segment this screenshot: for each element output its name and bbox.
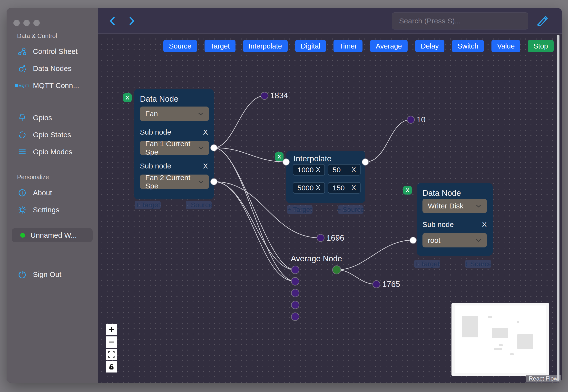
interpolate-add-target-pill[interactable]: + Target	[287, 205, 313, 214]
sidebar-item-control-sheet[interactable]: Control Sheet	[17, 47, 78, 56]
value-dot-1696[interactable]	[317, 234, 324, 242]
writer-add-source-pill[interactable]: + Source	[465, 260, 491, 268]
remove-sub-node-button[interactable]: X	[482, 220, 487, 229]
delete-fan-node-button[interactable]: X	[123, 93, 132, 102]
fan-sub1-source-handle[interactable]	[210, 144, 217, 151]
clear-input-button[interactable]: X	[316, 166, 320, 174]
vertical-scrollbar[interactable]	[557, 35, 559, 381]
clear-input-button[interactable]: X	[316, 184, 320, 192]
canvas-controls	[106, 324, 117, 373]
average-input-handle-1[interactable]	[291, 266, 299, 274]
close-window-button[interactable]	[14, 20, 20, 26]
interpolate-input-1[interactable]: 1000 X	[293, 164, 325, 176]
value-dot-1834[interactable]	[261, 92, 268, 99]
writer-data-node[interactable]: Data Node Writer Disk Sub node X root	[417, 183, 493, 256]
edge-average-to-writer[interactable]	[337, 240, 413, 270]
interpolate-node[interactable]: Interpolate 1000 X 50 X 5000 X 150 X	[286, 151, 365, 203]
average-input-handle-2[interactable]	[291, 278, 299, 285]
edge-fan1-to-average-1[interactable]	[214, 148, 295, 270]
sidebar-section-personalize: Personalize	[17, 174, 49, 181]
writer-add-target-pill[interactable]: + Target	[414, 260, 440, 268]
remove-sub-node-button[interactable]: X	[203, 162, 208, 170]
add-average-button[interactable]: Average	[370, 40, 408, 52]
fan-add-target-pill[interactable]: + Target	[135, 201, 161, 209]
edge-average-to-1765[interactable]	[337, 270, 376, 284]
interpolate-input-4[interactable]: 150 X	[328, 182, 360, 194]
sidebar-item-label: MQTT Conn...	[33, 82, 79, 90]
back-button[interactable]	[108, 14, 117, 28]
stop-button[interactable]: Stop	[528, 40, 554, 52]
edge-fan1-to-1834[interactable]	[214, 96, 264, 148]
writer-sub-select[interactable]: root	[422, 233, 487, 247]
sidebar-item-mqtt[interactable]: MQTT MQTT Conn...	[17, 82, 79, 90]
writer-node-select[interactable]: Writer Disk	[422, 199, 487, 213]
interpolate-target-handle[interactable]	[283, 158, 290, 166]
fan-sub2-select[interactable]: Fan 2 Current Spe	[140, 175, 209, 189]
sidebar-item-label: Gpio States	[33, 131, 71, 139]
add-interpolate-button[interactable]: Interpolate	[243, 40, 288, 52]
sidebar-item-sign-out[interactable]: Sign Out	[17, 270, 61, 279]
search-input[interactable]	[392, 13, 528, 29]
average-node-title: Average Node	[286, 254, 347, 263]
edge-interpolate-to-10[interactable]	[366, 120, 411, 162]
zoom-out-button[interactable]	[106, 336, 117, 348]
sidebar-item-workspace[interactable]: Unnamed W...	[12, 228, 93, 242]
average-output-handle[interactable]	[332, 266, 341, 274]
edge-fan1-to-average-2[interactable]	[214, 148, 295, 281]
minimap-node-fan	[462, 316, 478, 337]
edge-fan2-to-average-1[interactable]	[214, 182, 295, 270]
add-source-button[interactable]: Source	[163, 40, 197, 52]
chevron-down-icon	[198, 112, 204, 115]
sidebar-item-data-nodes[interactable]: Data Nodes	[17, 64, 71, 73]
node-title: Interpolate	[293, 154, 332, 163]
fan-sub2-source-handle[interactable]	[210, 178, 217, 185]
add-value-button[interactable]: Value	[491, 40, 520, 52]
average-input-handle-5[interactable]	[291, 313, 299, 321]
flow-canvas[interactable]: Source Target Interpolate Digital Timer …	[98, 34, 562, 383]
sidebar-item-gpio-states[interactable]: Gpio States	[17, 130, 71, 139]
app-window: Data & Control Control Sheet Data Nodes	[7, 8, 562, 383]
clear-input-button[interactable]: X	[351, 184, 356, 192]
delete-interpolate-node-button[interactable]: X	[275, 152, 284, 161]
add-digital-button[interactable]: Digital	[295, 40, 326, 52]
lock-button[interactable]	[106, 361, 117, 373]
minimap[interactable]	[451, 303, 549, 376]
control-sheet-icon	[17, 47, 27, 56]
add-target-button[interactable]: Target	[205, 40, 236, 52]
interpolate-input-2[interactable]: 50 X	[328, 164, 360, 176]
add-delay-button[interactable]: Delay	[415, 40, 444, 52]
minimize-window-button[interactable]	[23, 20, 30, 26]
zoom-window-button[interactable]	[33, 20, 40, 26]
average-input-handle-3[interactable]	[291, 289, 299, 297]
value-dot-1765[interactable]	[373, 280, 380, 288]
remove-sub-node-button[interactable]: X	[203, 128, 208, 136]
window-traffic-lights[interactable]	[14, 20, 40, 26]
forward-button[interactable]	[127, 14, 137, 28]
sidebar-item-label: Control Sheet	[33, 47, 78, 56]
add-timer-button[interactable]: Timer	[333, 40, 362, 52]
gear-icon	[17, 206, 27, 214]
average-input-handle-4[interactable]	[291, 301, 299, 309]
sidebar-item-settings[interactable]: Settings	[17, 206, 59, 214]
sidebar-item-about[interactable]: About	[17, 188, 52, 197]
fan-data-node[interactable]: Data Node Fan Sub node X Fan 1 Current S…	[134, 89, 214, 199]
fan-add-source-pill[interactable]: + Source	[186, 201, 212, 209]
delete-writer-node-button[interactable]: X	[403, 186, 412, 195]
edge-fan2-to-average-2[interactable]	[214, 182, 295, 281]
clear-input-button[interactable]: X	[351, 166, 356, 174]
interpolate-input-3[interactable]: 5000 X	[293, 182, 325, 194]
edit-pencil-icon[interactable]	[535, 14, 549, 28]
add-switch-button[interactable]: Switch	[452, 40, 484, 52]
sidebar-item-gpio-modes[interactable]: Gpio Modes	[17, 147, 72, 156]
interpolate-source-handle[interactable]	[362, 158, 369, 166]
fit-view-button[interactable]	[106, 349, 117, 360]
value-dot-10[interactable]	[407, 116, 415, 123]
minimap-node-interpolate	[492, 328, 508, 338]
node-title: Data Node	[422, 188, 461, 198]
sidebar-item-gpios[interactable]: Gpios	[17, 113, 52, 122]
fan-node-select[interactable]: Fan	[140, 107, 209, 121]
interpolate-add-source-pill[interactable]: + Source	[338, 205, 363, 214]
writer-target-handle[interactable]	[410, 237, 417, 244]
fan-sub1-select[interactable]: Fan 1 Current Spe	[140, 141, 209, 155]
zoom-in-button[interactable]	[106, 324, 117, 335]
